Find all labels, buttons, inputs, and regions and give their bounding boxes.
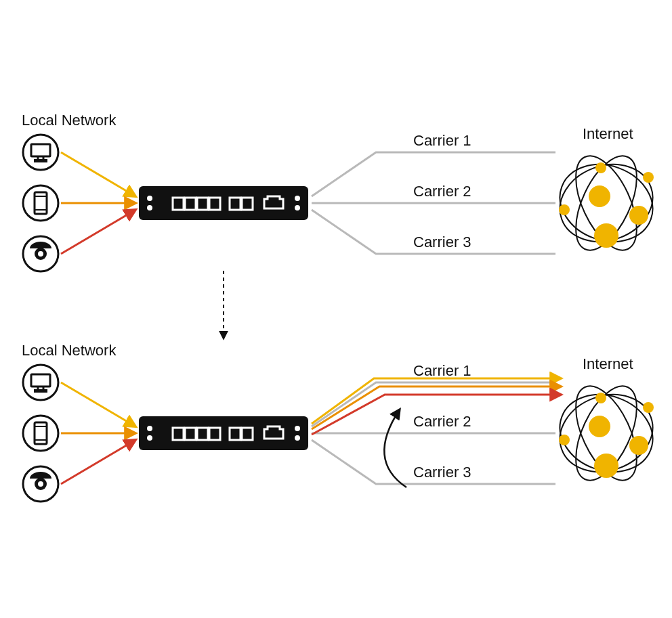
internet-icon (549, 147, 663, 259)
state-before: Local Network Internet Carrier 1 Carrier… (22, 112, 664, 271)
converge-arrow-icon (384, 410, 406, 487)
router-icon-2 (139, 416, 308, 450)
internet-label: Internet (583, 125, 633, 142)
carrier-1-label: Carrier 1 (413, 132, 471, 149)
router-icon (139, 186, 308, 220)
internet-icon-2 (549, 377, 663, 489)
carrier-3-label: Carrier 3 (413, 234, 471, 250)
internet-label-2: Internet (583, 355, 633, 372)
carrier-1-label-2: Carrier 1 (413, 362, 471, 379)
lan-link-1 (61, 152, 135, 196)
state-after: Local Network Internet Carrier 1 Carrier… (22, 342, 664, 502)
local-network-label: Local Network (22, 112, 117, 129)
computer-icon (23, 135, 58, 170)
carrier-2-label: Carrier 2 (413, 183, 471, 200)
lan-link-1b (61, 382, 135, 426)
diagram-svg: Local Network Internet Carrier 1 Carrier… (0, 0, 672, 618)
phone-icon-2 (23, 416, 58, 451)
lan-link-3 (61, 210, 135, 254)
carrier-3-label-2: Carrier 3 (413, 464, 471, 481)
phone-icon (23, 185, 58, 221)
camera-icon (23, 236, 58, 271)
local-network-label-2: Local Network (22, 342, 117, 359)
carrier-2-label-2: Carrier 2 (413, 413, 471, 430)
lan-link-3b (61, 440, 135, 484)
computer-icon-2 (23, 365, 58, 400)
camera-icon-2 (23, 466, 58, 502)
